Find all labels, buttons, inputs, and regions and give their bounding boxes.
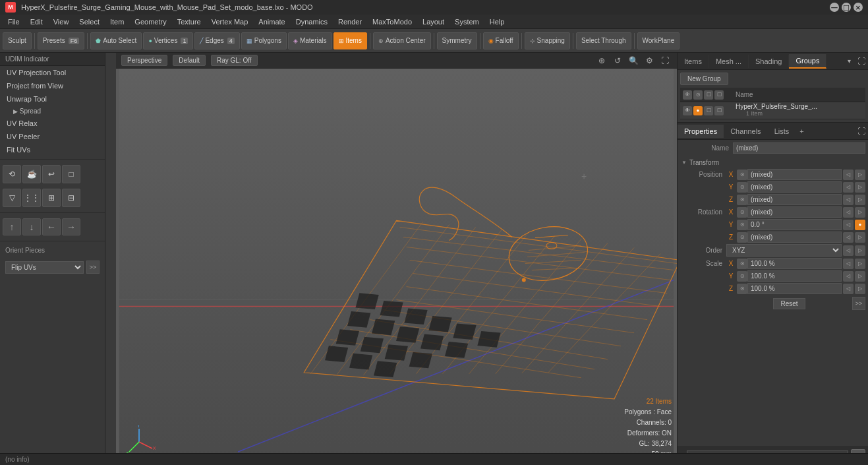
prop-tab-properties[interactable]: Properties bbox=[678, 125, 724, 138]
select-through-button[interactable]: Select Through bbox=[576, 32, 631, 49]
rot-y-btn1[interactable]: ◁ bbox=[843, 220, 854, 230]
nav-down-arrow[interactable]: ↓ bbox=[22, 218, 41, 235]
fit-uvs[interactable]: Fit UVs bbox=[0, 143, 105, 156]
nav-right-arrow[interactable]: → bbox=[62, 218, 80, 235]
vp-ctrl-4[interactable]: ⚙ bbox=[643, 54, 656, 67]
reset-button[interactable]: Reset bbox=[773, 298, 805, 309]
flip-uvs-select[interactable]: Flip UVs bbox=[5, 261, 84, 274]
tab-dropdown-btn[interactable]: ▾ bbox=[844, 56, 855, 66]
work-plane-button[interactable]: WorkPlane bbox=[637, 32, 680, 49]
tab-groups[interactable]: Groups bbox=[789, 54, 826, 69]
rot-y-lock[interactable]: ⊙ bbox=[737, 220, 747, 230]
pos-x-btn2[interactable]: ▷ bbox=[855, 170, 865, 180]
auto-select-button[interactable]: ⬟ Auto Select bbox=[90, 32, 142, 49]
tab-expand-btn[interactable]: ⛶ bbox=[855, 55, 868, 68]
group-lock-icon[interactable]: ☐ bbox=[704, 106, 713, 115]
uv-relax[interactable]: UV Relax bbox=[0, 117, 105, 130]
tool-icon-8[interactable]: ⊟ bbox=[62, 189, 80, 207]
tab-mesh[interactable]: Mesh ... bbox=[709, 55, 749, 68]
menu-system[interactable]: System bbox=[449, 16, 484, 27]
sculpt-button[interactable]: Sculpt bbox=[3, 32, 32, 49]
vp-ctrl-5[interactable]: ⛶ bbox=[658, 54, 672, 67]
menu-help[interactable]: Help bbox=[484, 16, 510, 27]
nav-up-arrow[interactable]: ↑ bbox=[3, 218, 21, 235]
pos-z-btn2[interactable]: ▷ bbox=[855, 195, 865, 205]
uv-peeler[interactable]: UV Peeler bbox=[0, 130, 105, 143]
prop-tab-lists[interactable]: Lists bbox=[768, 125, 796, 138]
close-button[interactable]: × bbox=[854, 3, 863, 12]
vertices-button[interactable]: ● Vertices 1 bbox=[143, 32, 193, 49]
tool-icon-3[interactable]: ↩ bbox=[42, 165, 61, 183]
pos-y-btn1[interactable]: ◁ bbox=[843, 182, 854, 193]
pos-y-input[interactable] bbox=[747, 181, 842, 193]
menu-maxtomodo[interactable]: MaxToModo bbox=[367, 16, 417, 27]
tool-icon-2[interactable]: ☕ bbox=[22, 165, 41, 183]
order-lock[interactable]: ◁ bbox=[843, 245, 854, 256]
rot-x-btn2[interactable]: ▷ bbox=[855, 207, 865, 218]
unwrap-tool[interactable]: Unwrap Tool bbox=[0, 92, 105, 106]
spread-item[interactable]: ▶ Spread bbox=[0, 106, 105, 117]
menu-edit[interactable]: Edit bbox=[25, 16, 48, 27]
default-tag[interactable]: Default bbox=[173, 55, 206, 66]
perspective-tag[interactable]: Perspective bbox=[121, 55, 167, 66]
pos-x-lock[interactable]: ⊙ bbox=[737, 170, 747, 180]
order-lock2[interactable]: ▷ bbox=[855, 245, 865, 256]
rot-z-btn2[interactable]: ▷ bbox=[855, 232, 865, 243]
order-select[interactable]: XYZ XZY YXZ YZX ZXY ZYX bbox=[726, 244, 842, 257]
menu-texture[interactable]: Texture bbox=[172, 16, 206, 27]
edges-button[interactable]: ╱ Edges 4 bbox=[194, 32, 239, 49]
pos-z-input[interactable] bbox=[747, 194, 842, 205]
menu-animate[interactable]: Animate bbox=[253, 16, 290, 27]
name-input[interactable] bbox=[733, 142, 865, 154]
tool-icon-5[interactable]: ▽ bbox=[3, 189, 21, 207]
pos-z-lock[interactable]: ⊙ bbox=[737, 195, 747, 205]
tool-icon-4[interactable]: □ bbox=[62, 165, 80, 183]
group-extra-icon[interactable]: ☐ bbox=[714, 106, 724, 115]
menu-geometry[interactable]: Geometry bbox=[129, 16, 171, 27]
scale-y-lock[interactable]: ⊙ bbox=[737, 271, 747, 282]
vp-ctrl-3[interactable]: 🔍 bbox=[627, 54, 640, 67]
scale-y-input[interactable] bbox=[747, 270, 842, 282]
window-controls[interactable]: ─ □ × bbox=[830, 3, 863, 12]
menu-item[interactable]: Item bbox=[105, 16, 129, 27]
raygl-tag[interactable]: Ray GL: Off bbox=[211, 55, 258, 66]
new-group-button[interactable]: New Group bbox=[680, 73, 728, 85]
reset-expand[interactable]: >> bbox=[852, 297, 865, 310]
project-from-view[interactable]: Project from View bbox=[0, 79, 105, 92]
rot-z-btn1[interactable]: ◁ bbox=[843, 232, 854, 243]
tool-icon-6[interactable]: ⋮⋮ bbox=[22, 189, 41, 207]
scale-x-lock[interactable]: ⊙ bbox=[737, 259, 747, 269]
vp-ctrl-1[interactable]: ⊕ bbox=[595, 54, 608, 67]
group-active-icon[interactable]: ● bbox=[693, 106, 703, 115]
prop-tab-channels[interactable]: Channels bbox=[724, 125, 767, 138]
polygons-button[interactable]: ▦ Polygons bbox=[241, 32, 287, 49]
rot-z-lock[interactable]: ⊙ bbox=[737, 232, 747, 243]
menu-render[interactable]: Render bbox=[333, 16, 367, 27]
rot-z-input[interactable] bbox=[747, 232, 842, 243]
pos-x-btn1[interactable]: ◁ bbox=[843, 170, 854, 180]
menu-dynamics[interactable]: Dynamics bbox=[291, 16, 333, 27]
maximize-button[interactable]: □ bbox=[842, 3, 851, 12]
scale-z-lock[interactable]: ⊙ bbox=[737, 284, 747, 294]
rot-x-lock[interactable]: ⊙ bbox=[737, 207, 747, 218]
tab-items[interactable]: Items bbox=[678, 55, 709, 68]
menu-file[interactable]: File bbox=[3, 16, 25, 27]
action-center-button[interactable]: ⊕ Action Center bbox=[373, 32, 431, 49]
uv-projection-tool[interactable]: UV Projection Tool bbox=[0, 66, 105, 79]
symmetry-button[interactable]: Symmetry bbox=[437, 32, 477, 49]
materials-button[interactable]: ◈ Materials bbox=[288, 32, 332, 49]
group-row[interactable]: 👁 ● ☐ ☐ HyperX_Pulsefire_Surge_... 1 Ite… bbox=[680, 102, 865, 119]
group-eye-icon[interactable]: 👁 bbox=[683, 106, 692, 115]
scale-y-btn1[interactable]: ◁ bbox=[843, 271, 854, 282]
falloff-button[interactable]: ◉ Falloff bbox=[483, 32, 519, 49]
scale-x-btn1[interactable]: ◁ bbox=[843, 259, 854, 269]
presets-button[interactable]: Presets F6 bbox=[38, 32, 84, 49]
scale-x-input[interactable] bbox=[747, 258, 842, 269]
pos-y-lock[interactable]: ⊙ bbox=[737, 182, 747, 193]
tab-shading[interactable]: Shading bbox=[749, 55, 789, 68]
scale-z-input[interactable] bbox=[747, 283, 842, 294]
rot-x-btn1[interactable]: ◁ bbox=[843, 207, 854, 218]
scale-y-btn2[interactable]: ▷ bbox=[855, 271, 865, 282]
scale-z-btn1[interactable]: ◁ bbox=[843, 284, 854, 294]
snapping-button[interactable]: ⊹ Snapping bbox=[525, 32, 570, 49]
